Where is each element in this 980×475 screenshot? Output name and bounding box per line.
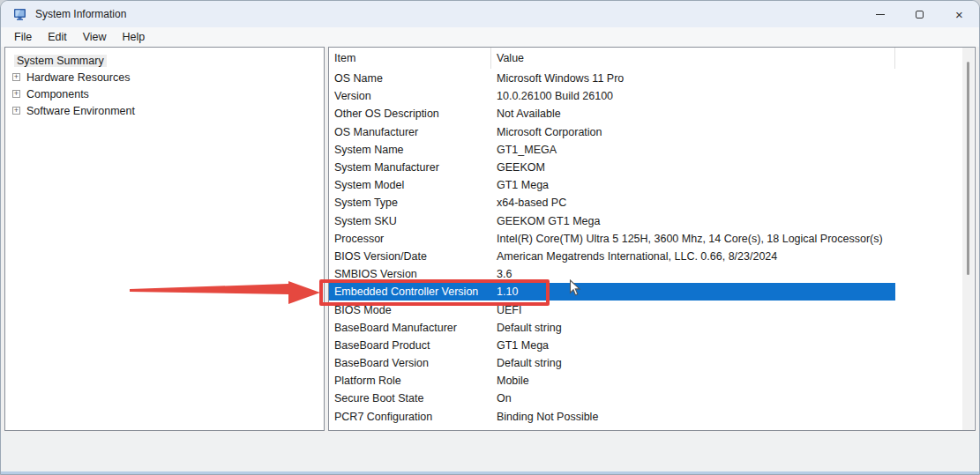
value-cell: UEFI [491, 304, 521, 316]
window-bottom-edge [1, 471, 979, 474]
item-cell: Other OS Description [329, 108, 491, 120]
value-cell: Default string [491, 322, 562, 334]
table-row[interactable]: ProcessorIntel(R) Core(TM) Ultra 5 125H,… [329, 230, 964, 248]
item-cell: BaseBoard Version [329, 357, 491, 369]
item-cell: OS Name [329, 72, 491, 85]
value-cell: Binding Not Possible [491, 411, 598, 423]
system-information-window: System Information × File Edit View Help… [0, 0, 980, 475]
table-row[interactable]: SMBIOS Version3.6 [329, 265, 964, 283]
tree-item-software-environment[interactable]: + Software Environment [5, 102, 324, 119]
menu-edit[interactable]: Edit [40, 29, 75, 45]
results-table-body: OS NameMicrosoft Windows 11 ProVersion10… [329, 70, 964, 426]
item-cell: SMBIOS Version [329, 268, 491, 280]
category-tree: System Summary + Hardware Resources + Co… [4, 47, 325, 431]
tree-item-system-summary[interactable]: System Summary [5, 52, 324, 69]
item-cell: BIOS Version/Date [329, 250, 491, 263]
item-cell: Secure Boot State [329, 392, 491, 404]
details-list: Item Value OS NameMicrosoft Windows 11 P… [328, 47, 976, 431]
table-row[interactable]: System ModelGT1 Mega [329, 176, 964, 194]
value-cell: Not Available [491, 108, 561, 120]
item-cell: Processor [329, 233, 491, 245]
item-cell: Embedded Controller Version [329, 286, 491, 298]
item-cell: Version [329, 90, 491, 102]
item-cell: BIOS Mode [329, 304, 491, 316]
close-icon: × [955, 8, 963, 21]
table-row[interactable]: BIOS Version/DateAmerican Megatrends Int… [329, 248, 964, 265]
column-header-value[interactable]: Value [491, 48, 895, 69]
table-row[interactable]: BaseBoard VersionDefault string [329, 354, 964, 372]
expand-plus-icon[interactable]: + [12, 107, 20, 115]
menu-file[interactable]: File [6, 29, 40, 45]
table-row[interactable]: PCR7 ConfigurationBinding Not Possible [329, 408, 964, 426]
table-row[interactable]: Version10.0.26100 Build 26100 [329, 87, 964, 105]
value-cell: 10.0.26100 Build 26100 [491, 90, 613, 102]
table-row[interactable]: Secure Boot StateOn [329, 390, 964, 407]
window-title: System Information [35, 8, 126, 20]
item-cell: PCR7 Configuration [329, 411, 491, 423]
table-row[interactable]: System Typex64-based PC [329, 194, 964, 212]
menu-help[interactable]: Help [115, 29, 153, 45]
table-row[interactable]: Other OS DescriptionNot Available [329, 105, 964, 122]
value-cell: GEEKOM [491, 161, 545, 174]
find-bar: Find what: Find Close Find Search select… [1, 433, 979, 473]
value-cell: Intel(R) Core(TM) Ultra 5 125H, 3600 Mhz… [491, 233, 883, 245]
value-cell: 3.6 [491, 268, 512, 280]
table-row[interactable]: BaseBoard ProductGT1 Mega [329, 337, 964, 354]
tree-item-components[interactable]: + Components [5, 85, 324, 102]
value-cell: On [491, 392, 512, 404]
tree-item-hardware-resources[interactable]: + Hardware Resources [5, 69, 324, 85]
item-cell: BaseBoard Manufacturer [329, 322, 491, 334]
table-row[interactable]: System ManufacturerGEEKOM [329, 159, 964, 176]
value-cell: American Megatrends International, LLC. … [491, 250, 777, 263]
item-cell: System Type [329, 197, 491, 209]
value-cell: GT1_MEGA [491, 144, 557, 156]
table-row[interactable]: BaseBoard ManufacturerDefault string [329, 319, 964, 337]
table-row[interactable]: BIOS ModeUEFI [329, 301, 964, 318]
table-row-selected[interactable]: Embedded Controller Version1.10 [329, 283, 895, 301]
vertical-scrollbar[interactable] [962, 48, 974, 430]
value-cell: GT1 Mega [491, 179, 549, 191]
menubar: File Edit View Help [1, 27, 979, 47]
item-cell: Platform Role [329, 375, 491, 387]
table-row[interactable]: Platform RoleMobile [329, 372, 964, 390]
item-cell: System Name [329, 144, 491, 156]
titlebar: System Information × [1, 1, 979, 27]
item-cell: OS Manufacturer [329, 126, 491, 138]
maximize-button[interactable] [900, 1, 939, 27]
item-cell: System SKU [329, 215, 491, 227]
item-cell: System Model [329, 179, 491, 191]
table-row[interactable]: System NameGT1_MEGA [329, 141, 964, 159]
value-cell: Microsoft Corporation [491, 126, 602, 138]
expand-plus-icon[interactable]: + [12, 73, 20, 81]
menu-view[interactable]: View [75, 29, 115, 45]
value-cell: Microsoft Windows 11 Pro [491, 72, 624, 85]
system-information-app-icon [13, 7, 27, 21]
value-cell: GEEKOM GT1 Mega [491, 215, 600, 227]
minimize-icon [876, 14, 885, 15]
item-cell: BaseBoard Product [329, 339, 491, 352]
item-cell: System Manufacturer [329, 161, 491, 174]
table-row[interactable]: System SKUGEEKOM GT1 Mega [329, 212, 964, 230]
close-button[interactable]: × [939, 1, 979, 27]
table-row[interactable]: OS NameMicrosoft Windows 11 Pro [329, 70, 964, 87]
list-header: Item Value [329, 48, 895, 69]
column-header-item[interactable]: Item [329, 48, 491, 69]
scrollbar-thumb[interactable] [967, 62, 969, 275]
table-row[interactable]: OS ManufacturerMicrosoft Corporation [329, 123, 964, 141]
value-cell: GT1 Mega [491, 339, 549, 352]
value-cell: x64-based PC [491, 197, 566, 209]
maximize-icon [916, 11, 924, 19]
value-cell: Mobile [491, 375, 529, 387]
value-cell: 1.10 [491, 286, 518, 298]
value-cell: Default string [491, 357, 562, 369]
minimize-button[interactable] [860, 1, 900, 27]
expand-plus-icon[interactable]: + [12, 90, 20, 98]
